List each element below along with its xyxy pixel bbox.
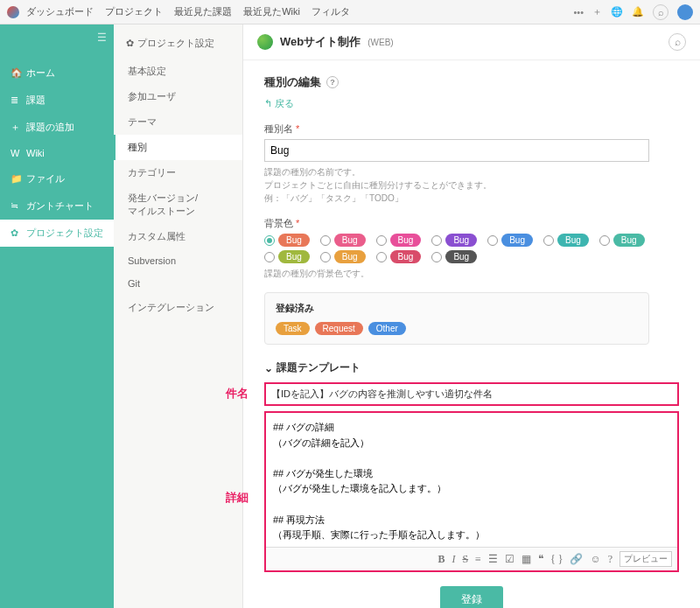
subnav-item-1[interactable]: 参加ユーザ [114,84,242,109]
color-option-10[interactable]: Bug [431,250,477,263]
color-option-3[interactable]: Bug [431,234,477,247]
radio-icon [543,235,554,246]
color-option-9[interactable]: Bug [376,250,422,263]
color-pill: Bug [501,234,533,247]
radio-icon [487,235,498,246]
link-icon[interactable]: 🔗 [570,553,583,566]
back-link[interactable]: ↰ 戻る [264,97,294,110]
more-icon[interactable]: ••• [573,7,584,17]
page-title: 種別の編集 ? [264,74,679,90]
color-pill: Bug [334,250,366,263]
color-option-4[interactable]: Bug [487,234,533,247]
radio-icon [264,252,275,262]
plus-icon[interactable]: ＋ [592,5,602,18]
checklist-icon[interactable]: ☑ [505,553,514,566]
italic-icon[interactable]: I [452,553,455,566]
sidebar-item-3[interactable]: WWiki [0,141,114,165]
subnav-item-8[interactable]: Git [114,272,242,295]
color-option-1[interactable]: Bug [320,234,366,247]
template-collapser[interactable]: ⌄ 課題テンプレート [264,360,679,375]
sidebar-icon: ✿ [10,227,21,239]
color-option-5[interactable]: Bug [543,234,589,247]
sidebar-item-0[interactable]: 🏠ホーム [0,59,114,87]
subnav-title: ✿プロジェクト設定 [114,24,242,59]
color-option-8[interactable]: Bug [320,250,366,263]
sidebar-item-2[interactable]: ＋課題の追加 [0,114,114,141]
color-pill: Bug [613,234,645,247]
radio-icon [599,235,610,246]
project-search-icon[interactable]: ⌕ [668,33,686,51]
color-option-6[interactable]: Bug [599,234,645,247]
preview-button[interactable]: プレビュー [620,551,672,567]
radio-icon [376,252,387,262]
bold-icon[interactable]: B [438,553,444,566]
sidebar-icon: 🏠 [10,67,21,79]
typename-hint: 課題の種別の名前です。 プロジェクトごとに自由に種別分けすることができます。 例… [264,165,679,205]
color-pill: Bug [445,234,477,247]
quote-icon[interactable]: ❝ [538,553,543,566]
list-ul-icon[interactable]: ≡ [475,553,481,566]
nav-dashboard[interactable]: ダッシュボード [26,6,94,17]
nav-recent-wiki[interactable]: 最近見たWiki [243,6,300,17]
sidebar-item-6[interactable]: ✿プロジェクト設定 [0,220,114,247]
table-icon[interactable]: ▦ [522,553,531,566]
sidebar-label: プロジェクト設定 [26,227,103,240]
help-icon[interactable]: ? [326,76,339,88]
color-option-2[interactable]: Bug [376,234,422,247]
color-pill: Bug [390,250,422,263]
sidebar-item-1[interactable]: ≣課題 [0,87,114,114]
sidebar: ☰ 🏠ホーム≣課題＋課題の追加WWiki📁ファイル≒ガントチャート✿プロジェクト… [0,24,114,608]
sidebar-icon: W [10,148,21,158]
search-icon[interactable]: ⌕ [653,4,668,20]
template-subject-input[interactable]: 【IDを記入】バグの内容を推測しやすい適切な件名 [264,382,679,406]
submit-button[interactable]: 登録 [440,586,503,608]
registered-chip-1[interactable]: Request [315,322,363,335]
color-pill: Bug [278,250,310,263]
global-nav: ダッシュボード プロジェクト 最近見た課題 最近見たWiki フィルタ [26,5,359,18]
subnav-item-3[interactable]: 種別 [114,135,242,160]
subnav-item-2[interactable]: テーマ [114,109,242,135]
typename-label: 種別名 * [264,122,679,136]
subnav-item-0[interactable]: 基本設定 [114,59,242,84]
avatar[interactable] [677,4,693,20]
editor-toolbar: B I S ≡ ☰ ☑ ▦ ❝ { } 🔗 ☺ ? プレビュー [266,547,677,570]
color-pill: Bug [445,250,477,263]
sidebar-label: 課題の追加 [26,121,74,134]
annotation-detail: 詳細 [226,490,248,506]
radio-icon [320,252,331,262]
subnav-item-6[interactable]: カスタム属性 [114,224,242,249]
subnav-item-4[interactable]: カテゴリー [114,160,242,185]
radio-icon [431,235,442,246]
typename-input[interactable] [264,139,649,162]
emoji-icon[interactable]: ☺ [590,553,600,566]
color-option-7[interactable]: Bug [264,250,310,263]
template-detail-textarea[interactable] [266,413,677,544]
radio-icon [431,252,442,262]
sidebar-label: ガントチャート [26,199,94,213]
color-option-0[interactable]: Bug [264,234,310,247]
nav-recent-issues[interactable]: 最近見た課題 [174,6,232,17]
sidebar-icon: 📁 [10,173,21,185]
code-icon[interactable]: { } [550,553,564,566]
sidebar-item-5[interactable]: ≒ガントチャート [0,192,114,220]
sidebar-toggle-icon[interactable]: ☰ [97,31,107,44]
registered-chip-2[interactable]: Other [368,322,406,335]
nav-projects[interactable]: プロジェクト [105,6,163,17]
list-ol-icon[interactable]: ☰ [488,553,498,566]
radio-icon [320,235,331,246]
subnav-item-9[interactable]: インテグレーション [114,295,242,320]
bgcolor-label: 背景色 * [264,217,679,230]
sidebar-label: 課題 [26,94,46,107]
globe-icon[interactable]: 🌐 [611,6,623,17]
subnav-item-7[interactable]: Subversion [114,249,242,272]
nav-filter[interactable]: フィルタ [312,6,350,17]
subnav-item-5[interactable]: 発生バージョン/ マイルストーン [114,185,242,224]
help2-icon[interactable]: ? [608,553,612,566]
bell-icon[interactable]: 🔔 [632,6,644,17]
chevron-down-icon: ⌄ [264,362,273,374]
sidebar-label: ファイル [26,172,65,185]
registered-chip-0[interactable]: Task [276,322,310,335]
sidebar-item-4[interactable]: 📁ファイル [0,165,114,192]
project-icon [257,34,273,50]
strike-icon[interactable]: S [462,553,468,566]
